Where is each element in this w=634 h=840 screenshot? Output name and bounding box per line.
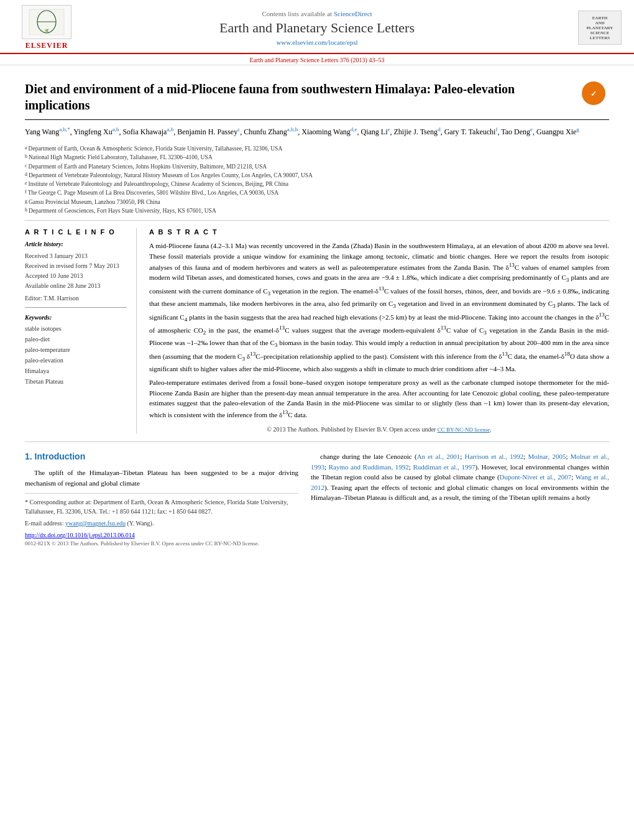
article-title: Diet and environment of a mid-Pliocene f… [25, 81, 572, 113]
editor-line: Editor: T.M. Harrison [25, 293, 127, 303]
author-email-link[interactable]: ywang@magnet.fsu.edu [65, 520, 126, 527]
affiliation-g: g Gansu Provincial Museum, Lanzhou 73005… [25, 198, 609, 206]
license-link[interactable]: CC BY-NC-ND license [438, 427, 490, 433]
crossmark-icon: ✓ [578, 81, 609, 106]
abstract-heading: A B S T R A C T [149, 228, 609, 236]
journal-number-box: EARTHANDPLANETARYSCIENCELETTERS [553, 11, 622, 45]
abstract-column: A B S T R A C T A mid-Pliocene fauna (4.… [149, 228, 609, 434]
affiliations-section: a Department of Earth, Ocean & Atmospher… [25, 142, 609, 221]
intro-right-paragraph: change during the late Cenozoic (An et a… [311, 451, 609, 503]
ref-ruddiman1997[interactable]: Ruddiman et al., 1997 [413, 463, 475, 471]
journal-title: Earth and Planetary Science Letters [81, 20, 553, 36]
article-info-column: A R T I C L E I N F O Article history: R… [25, 228, 137, 434]
ref-raymo1992[interactable]: Raymo and Ruddiman, 1992 [329, 463, 409, 471]
article-title-text: Diet and environment of a mid-Pliocene f… [25, 81, 572, 113]
main-content: Diet and environment of a mid-Pliocene f… [0, 65, 634, 553]
contents-available: Contents lists available at ScienceDirec… [81, 10, 553, 17]
article-id-line: Earth and Planetary Science Letters 376 … [0, 54, 634, 65]
email-footnote: E-mail address: ywang@magnet.fsu.edu (Y.… [25, 519, 298, 528]
keywords-label: Keywords: [25, 314, 127, 321]
crossmark-badge: ✓ [582, 81, 605, 105]
article-info-heading: A R T I C L E I N F O [25, 228, 127, 236]
ref-molnar2005[interactable]: Molnar, 2005 [528, 453, 566, 460]
elsevier-logo-image: 🌿 [22, 5, 71, 39]
sciencedirect-link[interactable]: ScienceDirect [334, 10, 372, 17]
authors-section: Yang Wanga,b,*, Yingfeng Xua,b, Sofia Kh… [25, 120, 609, 142]
affiliation-d: d Department of Vertebrate Paleontology,… [25, 171, 609, 180]
introduction-right: change during the late Cenozoic (An et a… [311, 451, 609, 547]
keyword-4: paleo-elevation [25, 355, 127, 366]
abstract-paragraph-2: Paleo-temperature estimates derived from… [149, 377, 609, 420]
revised-date: Received in revised form 7 May 2013 [25, 261, 127, 271]
intro-paragraph-1: The uplift of the Himalayan–Tibetan Plat… [25, 468, 298, 488]
affiliation-c: c Department of Earth and Planetary Scie… [25, 162, 609, 171]
ref-an2001[interactable]: An et al., 2001 [417, 453, 461, 460]
article-info-abstract: A R T I C L E I N F O Article history: R… [25, 221, 609, 442]
doi-link[interactable]: http://dx.doi.org/10.1016/j.epsl.2013.06… [25, 532, 135, 538]
copyright-line: © 2013 The Authors. Published by Elsevie… [149, 425, 609, 435]
svg-text:🌿: 🌿 [45, 29, 49, 33]
keyword-2: paleo-diet [25, 334, 127, 344]
journal-header: 🌿 ELSEVIER Contents lists available at S… [0, 0, 634, 54]
svg-text:✓: ✓ [590, 90, 597, 98]
affiliation-f: f The George C. Page Museum of La Brea D… [25, 188, 609, 197]
keyword-6: Tibetan Plateau [25, 376, 127, 387]
affiliation-b: b National High Magnetic Field Laborator… [25, 153, 609, 162]
introduction-body: The uplift of the Himalayan–Tibetan Plat… [25, 468, 298, 488]
article-history-label: Article history: [25, 241, 127, 247]
journal-cover-image: EARTHANDPLANETARYSCIENCELETTERS [578, 11, 622, 45]
elsevier-logo: 🌿 ELSEVIER [12, 5, 81, 50]
affiliation-a: a Department of Earth, Ocean & Atmospher… [25, 144, 609, 153]
affiliation-e: e Institute of Vertebrate Paleontology a… [25, 180, 609, 188]
page: 🌿 ELSEVIER Contents lists available at S… [0, 0, 634, 840]
ref-harrison1992[interactable]: Harrison et al., 1992 [465, 453, 524, 460]
keyword-3: paleo-temperature [25, 344, 127, 355]
issn-line: 0012-821X © 2013 The Authors. Published … [25, 540, 298, 547]
authors-line: Yang Wanga,b,*, Yingfeng Xua,b, Sofia Kh… [25, 125, 609, 138]
footnote-section: * Corresponding author at: Department of… [25, 493, 298, 528]
doi-line: http://dx.doi.org/10.1016/j.epsl.2013.06… [25, 532, 298, 538]
bottom-section: 1. Introduction The uplift of the Himala… [25, 442, 609, 547]
received-date: Received 3 January 2013 [25, 251, 127, 261]
abstract-text: A mid-Pliocene fauna (4.2–3.1 Ma) was re… [149, 241, 609, 434]
keyword-5: Himalaya [25, 366, 127, 376]
section-title: 1. Introduction [25, 451, 298, 461]
affiliation-h: h Department of Geosciences, Fort Hays S… [25, 206, 609, 215]
ref-dupont2007[interactable]: Dupont-Nivet et al., 2007 [500, 473, 572, 481]
available-date: Available online 28 June 2013 [25, 281, 127, 291]
header-center: Contents lists available at ScienceDirec… [81, 10, 553, 46]
keyword-1: stable isotopes [25, 323, 127, 334]
elsevier-brand-text: ELSEVIER [25, 41, 68, 50]
corresponding-author-note: * Corresponding author at: Department of… [25, 497, 298, 516]
journal-url[interactable]: www.elsevier.com/locate/epsl [81, 39, 553, 46]
abstract-paragraph-1: A mid-Pliocene fauna (4.2–3.1 Ma) was re… [149, 241, 609, 374]
accepted-date: Accepted 10 June 2013 [25, 271, 127, 281]
intro-right-text: change during the late Cenozoic (An et a… [311, 451, 609, 503]
article-title-section: Diet and environment of a mid-Pliocene f… [25, 72, 609, 120]
introduction-left: 1. Introduction The uplift of the Himala… [25, 451, 298, 547]
